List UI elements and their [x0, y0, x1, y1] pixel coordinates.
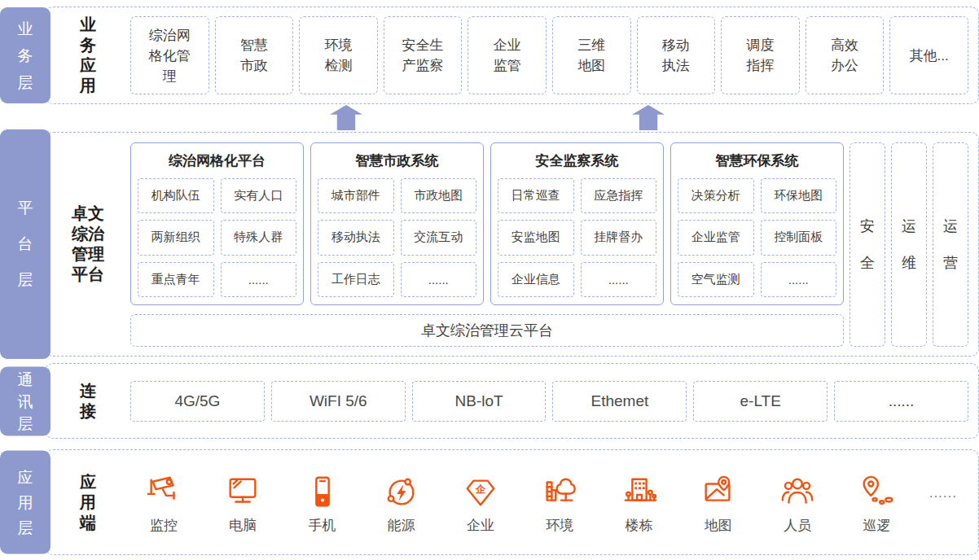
panel-item: 机构队伍	[138, 178, 214, 213]
application-layer-tab: 应 用 层	[0, 451, 50, 554]
layer-connector-gap	[0, 104, 979, 132]
people-icon	[779, 474, 816, 511]
business-layer-tab: 业 务 层	[0, 7, 50, 103]
smartphone-icon	[304, 474, 341, 511]
panel-items: 机构队伍 实有人口 两新组织 特殊人群 重点青年 ......	[138, 178, 296, 297]
platform-layer: 平 台 层 卓文 综治 管理 平台 综治网格化平台 机构队伍 实有人口 两新组织…	[0, 132, 979, 357]
endpoint-label: 企业	[467, 516, 494, 535]
panel-item: 市政地图	[401, 178, 477, 213]
panel-safety-supervision: 安全监察系统 日常巡查 应急指挥 安监地图 挂牌督办 企业信息 ......	[490, 142, 664, 305]
communication-layer-panel: 连 接 4G/5G WiFI 5/6 NB-loT Ethemet e-LTE …	[45, 363, 979, 439]
panel-item: 决策分析	[678, 178, 754, 213]
endpoint-phone: 手机	[296, 474, 349, 535]
panel-title: 综治网格化平台	[138, 148, 296, 174]
endpoint-environment: 环境	[533, 474, 586, 535]
panel-item: 特殊人群	[221, 220, 297, 255]
enterprise-badge-icon: 企	[462, 474, 499, 511]
more-endpoints-ellipsis: ......	[929, 485, 957, 501]
platform-layer-label: 卓文 综治 管理 平台	[46, 133, 130, 356]
application-layer-label: 应 用 端	[46, 450, 130, 554]
panel-item: 环保地图	[761, 178, 837, 213]
endpoint-label: 环境	[546, 516, 573, 535]
panel-item: 挂牌督办	[581, 220, 657, 255]
comm-box: e-LTE	[693, 381, 828, 422]
panel-smart-city: 智慧市政系统 城市部件 市政地图 移动执法 交流互动 工作日志 ......	[310, 142, 484, 305]
panel-item: 控制面板	[761, 220, 837, 255]
business-box: 环境 检测	[299, 16, 378, 94]
panel-item: ......	[581, 262, 657, 297]
panel-items: 日常巡查 应急指挥 安监地图 挂牌督办 企业信息 ......	[498, 178, 656, 297]
up-arrow-icon	[330, 105, 362, 130]
business-box: 高效 办公	[806, 16, 885, 94]
panel-item: ......	[401, 262, 477, 297]
panel-item: 应急指挥	[581, 178, 657, 213]
endpoint-enterprise: 企 企业	[454, 474, 507, 535]
business-box: 安全生 产监察	[384, 16, 463, 94]
communication-layer: 通 讯 层 连 接 4G/5G WiFI 5/6 NB-loT Ethemet …	[0, 363, 979, 439]
endpoint-map: 地图	[691, 474, 745, 535]
panel-items: 城市部件 市政地图 移动执法 交流互动 工作日志 ......	[318, 178, 476, 297]
platform-panels-row: 综治网格化平台 机构队伍 实有人口 两新组织 特殊人群 重点青年 ...... …	[130, 142, 844, 305]
environment-icon	[541, 474, 578, 511]
platform-layer-panel: 卓文 综治 管理 平台 综治网格化平台 机构队伍 实有人口 两新组织 特殊人群 …	[45, 132, 979, 357]
business-box: 移动 执法	[637, 16, 716, 94]
panel-items: 决策分析 环保地图 企业监管 控制面板 空气监测 ......	[678, 178, 836, 297]
communication-layer-label: 连 接	[46, 364, 130, 438]
endpoint-computer: 电脑	[216, 474, 270, 535]
endpoint-label: 人员	[784, 516, 811, 535]
panel-item: 重点青年	[138, 262, 214, 297]
endpoint-label: 监控	[150, 516, 178, 535]
business-box: 企业 监管	[468, 16, 547, 94]
platform-systems-area: 综治网格化平台 机构队伍 实有人口 两新组织 特殊人群 重点青年 ...... …	[130, 142, 844, 347]
panel-grid-platform: 综治网格化平台 机构队伍 实有人口 两新组织 特殊人群 重点青年 ......	[130, 142, 304, 305]
business-layer: 业 务 层 业 务 应 用 综治网 格化管 理 智慧 市政 环境 检测 安全生 …	[0, 7, 979, 104]
map-pin-icon	[700, 474, 737, 511]
panel-smart-environment: 智慧环保系统 决策分析 环保地图 企业监管 控制面板 空气监测 ......	[670, 142, 844, 305]
panel-item: 移动执法	[318, 220, 394, 255]
panel-item: 企业监管	[678, 220, 754, 255]
endpoint-label: 电脑	[229, 516, 257, 535]
panel-item: 企业信息	[498, 262, 574, 297]
panel-item: ......	[221, 262, 297, 297]
enterprise-badge-char: 企	[475, 483, 486, 495]
business-layer-label: 业 务 应 用	[46, 7, 130, 103]
endpoint-people: 人员	[770, 474, 824, 535]
panel-item: 空气监测	[678, 262, 754, 297]
business-box: 智慧 市政	[215, 16, 294, 94]
panel-item: 安监地图	[498, 220, 574, 255]
communication-layer-tab: 通 讯 层	[0, 366, 50, 435]
endpoint-patrol: 巡逻	[849, 474, 903, 535]
business-box: 调度 指挥	[721, 16, 800, 94]
up-arrow-icon	[632, 105, 665, 130]
monitor-icon	[224, 474, 261, 511]
pillar-operations: 运 营	[933, 142, 968, 347]
comm-box: ......	[834, 381, 968, 422]
panel-title: 智慧市政系统	[318, 148, 476, 174]
comm-box: Ethemet	[552, 381, 687, 422]
communication-boxes: 4G/5G WiFI 5/6 NB-loT Ethemet e-LTE ....…	[130, 364, 978, 438]
business-boxes: 综治网 格化管 理 智慧 市政 环境 检测 安全生 产监察 企业 监管 三维 地…	[130, 7, 978, 103]
panel-item: ......	[761, 262, 837, 297]
panel-item: 实有人口	[221, 178, 297, 213]
business-box: 其他...	[889, 16, 968, 94]
application-endpoints: 监控 电脑 手机	[130, 450, 978, 554]
endpoint-label: 地图	[705, 516, 732, 535]
application-layer: 应 用 层 应 用 端 监控 电脑	[0, 449, 979, 555]
endpoint-label: 手机	[309, 516, 336, 535]
endpoint-cctv: 监控	[137, 474, 191, 535]
application-layer-panel: 应 用 端 监控 电脑	[45, 449, 979, 555]
panel-title: 智慧环保系统	[678, 148, 836, 174]
panel-item: 交流互动	[401, 220, 477, 255]
business-box: 三维 地图	[552, 16, 631, 94]
panel-item: 两新组织	[138, 220, 214, 255]
panel-title: 安全监察系统	[498, 148, 656, 174]
pillar-operations-maintenance: 运 维	[891, 142, 927, 347]
pillar-security: 安 全	[849, 142, 885, 347]
endpoint-label: 巡逻	[863, 516, 890, 535]
cloud-platform-bar: 卓文综治管理云平台	[130, 314, 844, 347]
patrol-icon	[858, 474, 895, 511]
panel-item: 城市部件	[318, 178, 394, 213]
comm-box: 4G/5G	[130, 381, 265, 422]
panel-item: 工作日志	[318, 262, 394, 297]
comm-box: NB-loT	[412, 381, 547, 422]
